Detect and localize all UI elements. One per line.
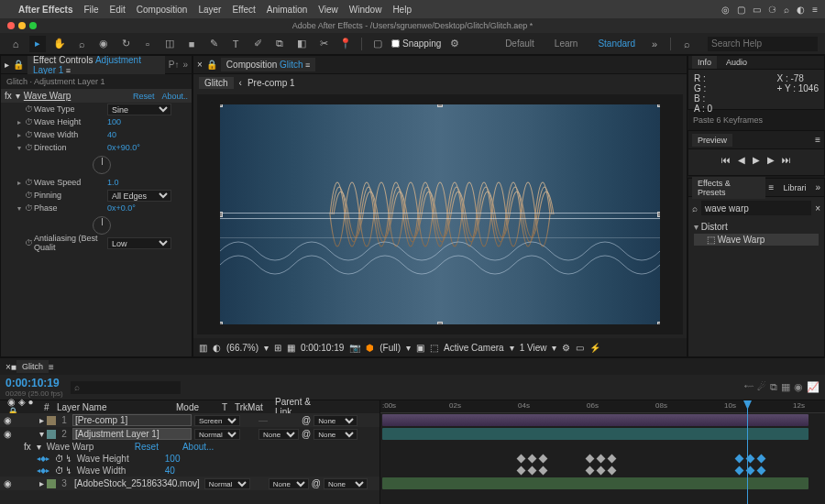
pixel-aspect-icon[interactable]: ▭ <box>576 343 584 353</box>
audio-tab[interactable]: Audio <box>720 56 753 69</box>
zoom-tool[interactable]: ⌕ <box>73 36 90 52</box>
info-tab[interactable]: Info <box>692 56 717 69</box>
draft3d-icon[interactable]: ☄ <box>757 381 766 393</box>
window-minimize-button[interactable] <box>18 22 26 29</box>
visibility-toggle[interactable]: ◉ <box>4 415 12 425</box>
time-ruler[interactable]: :00s 02s 04s 06s 08s 10s 12s <box>380 400 825 413</box>
workspace-default[interactable]: Default <box>496 36 544 52</box>
window-close-button[interactable] <box>7 22 15 29</box>
layer-row-2[interactable]: ◉ ▾ 2 [Adjustment Layer 1] Normal None @… <box>0 427 380 441</box>
effect-about-link[interactable]: About.. <box>161 92 188 101</box>
preview-first-frame[interactable]: ⏮ <box>721 155 731 165</box>
alpha-icon[interactable]: ◐ <box>213 343 221 353</box>
comp-flowchart-icon[interactable]: ⬳ <box>743 381 754 393</box>
layer-name[interactable]: [Adjustment Layer 1] <box>72 428 192 440</box>
effect-reset-link[interactable]: Reset <box>133 92 155 101</box>
keyframe-track-height[interactable] <box>380 453 825 465</box>
preview-last-frame[interactable]: ⏭ <box>782 155 791 165</box>
crumb-precomp[interactable]: Pre-comp 1 <box>248 78 295 88</box>
parent-select[interactable]: None <box>324 478 368 489</box>
menu-composition[interactable]: Composition <box>137 5 188 15</box>
menu-window[interactable]: Window <box>349 5 382 15</box>
workspace-learn[interactable]: Learn <box>545 36 588 52</box>
antialiasing-select[interactable]: Low <box>107 237 171 249</box>
effect-controls-tab[interactable]: Effect Controls Adjustment Layer 1 ≡ <box>28 55 165 77</box>
menu-edit[interactable]: Edit <box>110 5 126 15</box>
fast-preview-icon[interactable]: ⚡ <box>589 343 600 353</box>
pen-tool[interactable]: ✎ <box>205 36 222 52</box>
timeline-tracks[interactable]: :00s 02s 04s 06s 08s 10s 12s <box>380 400 825 504</box>
panel-expand-icon[interactable]: ▸ <box>5 60 9 70</box>
libraries-tab[interactable]: Librari <box>777 181 811 194</box>
wave-height-value[interactable]: 100 <box>165 454 181 464</box>
rotate-tool[interactable]: ↻ <box>117 36 134 52</box>
control-center-icon[interactable]: ◐ <box>797 5 805 15</box>
window-zoom-button[interactable] <box>29 22 37 29</box>
shape-tool[interactable]: ■ <box>183 36 200 52</box>
view-opts-icon[interactable]: ⚙ <box>562 343 570 353</box>
effects-presets-tab[interactable]: Effects & Presets <box>692 177 765 199</box>
res-icon[interactable]: ⊞ <box>274 343 281 353</box>
home-button[interactable]: ⌂ <box>7 36 24 52</box>
3d-icon[interactable]: ⬚ <box>430 343 438 353</box>
effect-title-row[interactable]: fx ▾ Wave Warp Reset About.. <box>1 89 192 103</box>
wave-type-select[interactable]: Sine <box>107 104 171 115</box>
preview-play[interactable]: ▶ <box>753 155 760 165</box>
spotlight-icon[interactable]: ⌕ <box>784 5 789 15</box>
layer-bar-2[interactable] <box>382 428 808 440</box>
fx-category-distort[interactable]: ▾ Distort <box>694 221 819 233</box>
wave-height-value[interactable]: 100 <box>107 117 121 126</box>
wave-width-value[interactable]: 40 <box>107 130 116 139</box>
parent-select[interactable]: None <box>314 429 358 440</box>
menu-layer[interactable]: Layer <box>198 5 221 15</box>
lock-icon[interactable]: 🔒 <box>206 60 217 70</box>
blend-mode-select[interactable]: Normal <box>194 429 240 440</box>
grid-icon[interactable]: ▦ <box>287 343 295 353</box>
transparency-icon[interactable]: ▣ <box>416 343 424 353</box>
lock-icon[interactable]: 🔒 <box>13 60 24 70</box>
resolution-select[interactable]: (Full) <box>380 343 401 353</box>
menu-app[interactable]: After Effects <box>18 5 72 15</box>
panel-expand-icon[interactable]: × <box>197 60 203 70</box>
layer-name[interactable]: [Pre-comp 1] <box>72 414 192 426</box>
graph-editor-icon[interactable]: 📈 <box>807 381 820 393</box>
snapshot-icon[interactable]: 📷 <box>349 343 360 353</box>
menubar-list-icon[interactable]: ≡ <box>812 5 818 15</box>
selection-tool[interactable]: ▸ <box>29 36 46 52</box>
workspace-overflow[interactable]: » <box>646 36 663 52</box>
type-tool[interactable]: T <box>227 36 244 52</box>
direction-dial[interactable] <box>93 156 111 174</box>
preview-next-frame[interactable]: ▶ <box>767 155 775 165</box>
views-select[interactable]: 1 View <box>520 343 547 353</box>
frame-blend-icon[interactable]: ▦ <box>781 381 790 393</box>
keyframe-nav[interactable]: ◂◆▸ <box>37 455 50 463</box>
eraser-tool[interactable]: ◧ <box>293 36 310 52</box>
snap-icon[interactable]: ▢ <box>369 36 386 52</box>
preview-prev-frame[interactable]: ◀ <box>738 155 745 165</box>
trkmat-select[interactable]: None <box>269 478 309 489</box>
phase-value[interactable]: 0x+0.0° <box>107 203 136 213</box>
keyframe-track-width[interactable] <box>380 465 825 477</box>
preview-tab[interactable]: Preview <box>692 134 732 147</box>
channel-icon[interactable]: ⬢ <box>366 343 374 353</box>
menu-animation[interactable]: Animation <box>267 5 307 15</box>
layer-row-3[interactable]: ◉ ▸ 3 [AdobeStock_251863340.mov] Normal … <box>0 477 380 490</box>
keyframe-nav[interactable]: ◂◆▸ <box>37 466 50 475</box>
blend-mode-select[interactable]: Normal <box>204 478 250 489</box>
menu-effect[interactable]: Effect <box>232 5 255 15</box>
panel-overflow[interactable]: » <box>182 60 188 70</box>
trkmat-select[interactable]: None <box>258 429 299 440</box>
parent-pickwhip-icon[interactable]: @ <box>302 415 311 425</box>
layer2-effect-row[interactable]: fx▾Wave WarpResetAbout... <box>0 441 380 453</box>
layer-effect-reset[interactable]: Reset <box>135 442 159 452</box>
panel-prev[interactable]: P↑ <box>169 60 180 70</box>
visibility-toggle[interactable]: ◉ <box>4 429 12 439</box>
cc-icon[interactable]: ◎ <box>721 5 730 15</box>
shy-icon[interactable]: ⧉ <box>770 381 777 393</box>
search-help-input[interactable] <box>708 37 818 51</box>
snap-opts-icon[interactable]: ⚙ <box>446 36 463 52</box>
menu-view[interactable]: View <box>318 5 338 15</box>
timeline-tab-glitch[interactable]: Glitch <box>16 360 49 373</box>
parent-select[interactable]: None <box>314 415 358 426</box>
layer-bar-3[interactable] <box>382 477 808 489</box>
